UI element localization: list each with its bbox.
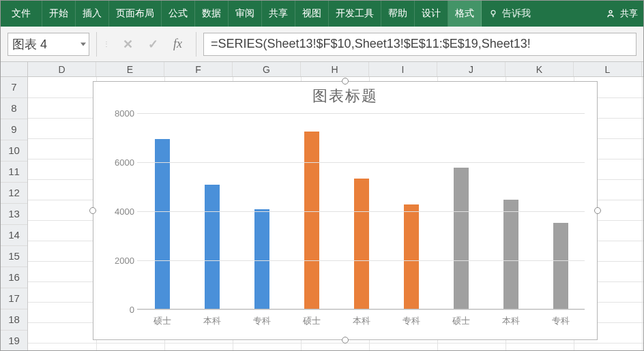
col-header[interactable]: E <box>96 62 164 76</box>
ribbon-tab-help[interactable]: 帮助 <box>381 1 415 27</box>
chart-y-axis: 02000400060008000 <box>103 113 134 309</box>
row-header[interactable]: 18 <box>1 309 27 331</box>
row-header[interactable]: 11 <box>1 162 27 183</box>
chart-title[interactable]: 图表标题 <box>93 82 597 106</box>
x-tick-label: 本科 <box>353 315 370 327</box>
col-header[interactable]: J <box>437 62 506 76</box>
y-tick-label: 4000 <box>103 207 134 217</box>
chart-bar[interactable] <box>155 139 170 309</box>
column-headers: D E F G H I J K L <box>1 62 643 77</box>
row-headers: 7 8 9 10 11 12 13 14 15 16 17 18 19 <box>1 77 28 350</box>
ribbon-tab-insert[interactable]: 插入 <box>76 1 109 27</box>
col-header[interactable]: G <box>233 62 301 76</box>
row-header[interactable]: 16 <box>1 267 27 288</box>
fx-icon[interactable]: fx <box>173 37 182 51</box>
tell-me-label: 告诉我 <box>502 7 531 20</box>
ribbon-tab-design[interactable]: 设计 <box>415 1 448 27</box>
row-header[interactable]: 10 <box>1 140 27 162</box>
col-header[interactable]: K <box>506 62 574 76</box>
ribbon-tab-data[interactable]: 数据 <box>195 1 229 27</box>
chart-bar[interactable] <box>454 168 469 309</box>
x-tick-label: 硕士 <box>153 315 171 327</box>
select-all-corner[interactable] <box>1 62 28 76</box>
ribbon-share[interactable]: 共享 <box>600 1 643 27</box>
formula-enter-button[interactable]: ✓ <box>148 37 158 52</box>
chevron-down-icon <box>80 42 86 46</box>
formula-buttons: ✕ ✓ fx <box>116 37 189 52</box>
svg-point-0 <box>491 10 495 14</box>
worksheet-grid[interactable]: D E F G H I J K L 7 8 9 10 11 12 13 14 1… <box>1 62 643 350</box>
row-header[interactable]: 7 <box>1 77 27 98</box>
row-header[interactable]: 12 <box>1 183 27 204</box>
formula-cancel-button[interactable]: ✕ <box>123 37 133 52</box>
ribbon-tab-pagelayout[interactable]: 页面布局 <box>109 1 162 27</box>
x-tick-label: 专科 <box>253 315 271 327</box>
resize-handle-right[interactable] <box>594 207 601 214</box>
ribbon-tab-format[interactable]: 格式 <box>448 1 482 27</box>
cell-area[interactable]: 图表标题 02000400060008000 硕士本科专科硕士本科专科硕士本科专… <box>28 77 643 350</box>
row-header[interactable]: 8 <box>1 98 27 119</box>
chart-bar[interactable] <box>354 179 369 309</box>
ribbon-tab-view[interactable]: 视图 <box>295 1 329 27</box>
chart-bar[interactable] <box>553 223 568 309</box>
chart-bar[interactable] <box>205 185 220 309</box>
chart-bar[interactable] <box>254 209 269 309</box>
ribbon-tab-share[interactable]: 共享 <box>262 1 295 27</box>
col-header[interactable]: H <box>301 62 369 76</box>
chart-bar[interactable] <box>404 204 419 309</box>
resize-handle-left[interactable] <box>89 207 96 214</box>
row-header[interactable]: 14 <box>1 225 27 246</box>
resize-handle-top[interactable] <box>342 78 349 85</box>
x-tick-label: 专科 <box>552 315 570 327</box>
y-tick-label: 6000 <box>103 157 134 168</box>
col-header[interactable]: I <box>369 62 437 76</box>
share-label: 共享 <box>620 7 638 20</box>
ribbon-tab-formulas[interactable]: 公式 <box>162 1 195 27</box>
row-header[interactable]: 17 <box>1 288 27 309</box>
formula-input[interactable]: =SERIES(Sheet13!$F$10,Sheet13!$E$11:$E$1… <box>203 33 636 56</box>
share-icon <box>605 8 616 19</box>
svg-point-1 <box>609 10 612 13</box>
row-header[interactable]: 13 <box>1 204 27 225</box>
chart-x-axis: 硕士本科专科硕士本科专科硕士本科专科 <box>137 315 585 329</box>
name-box[interactable]: 图表 4 <box>8 33 89 56</box>
col-header[interactable]: D <box>28 62 96 76</box>
row-header[interactable]: 9 <box>1 119 27 140</box>
chart-bar[interactable] <box>503 200 518 309</box>
chart-bar[interactable] <box>304 132 319 309</box>
ribbon-tab-devtools[interactable]: 开发工具 <box>329 1 381 27</box>
y-tick-label: 2000 <box>103 256 134 266</box>
y-tick-label: 0 <box>103 305 134 315</box>
row-header[interactable]: 15 <box>1 246 27 267</box>
col-header[interactable]: F <box>164 62 233 76</box>
ribbon-tab-review[interactable]: 审阅 <box>229 1 262 27</box>
formula-value: =SERIES(Sheet13!$F$10,Sheet13!$E$11:$E$1… <box>211 37 531 51</box>
x-tick-label: 硕士 <box>452 315 470 327</box>
grip-icon: ⋮ <box>104 34 109 55</box>
name-box-value: 图表 4 <box>12 36 47 52</box>
resize-handle-bottom[interactable] <box>342 337 349 344</box>
ribbon: 文件 开始 插入 页面布局 公式 数据 审阅 共享 视图 开发工具 帮助 设计 … <box>1 1 643 27</box>
x-tick-label: 专科 <box>402 315 420 327</box>
row-header[interactable]: 19 <box>1 331 27 350</box>
divider <box>196 32 196 57</box>
divider <box>96 32 97 57</box>
x-tick-label: 本科 <box>203 315 221 327</box>
ribbon-tab-file[interactable]: 文件 <box>1 1 42 27</box>
x-tick-label: 本科 <box>502 315 520 327</box>
ribbon-tab-home[interactable]: 开始 <box>42 1 76 27</box>
col-header[interactable]: L <box>574 62 642 76</box>
tell-me-search[interactable]: 告诉我 <box>482 1 538 27</box>
lightbulb-icon <box>488 9 498 18</box>
chart-plot-area[interactable]: 02000400060008000 <box>137 113 585 309</box>
y-tick-label: 8000 <box>103 108 134 119</box>
x-tick-label: 硕士 <box>303 315 321 327</box>
embedded-chart[interactable]: 图表标题 02000400060008000 硕士本科专科硕士本科专科硕士本科专… <box>93 81 598 340</box>
formula-bar-row: 图表 4 ⋮ ✕ ✓ fx =SERIES(Sheet13!$F$10,Shee… <box>1 27 643 62</box>
